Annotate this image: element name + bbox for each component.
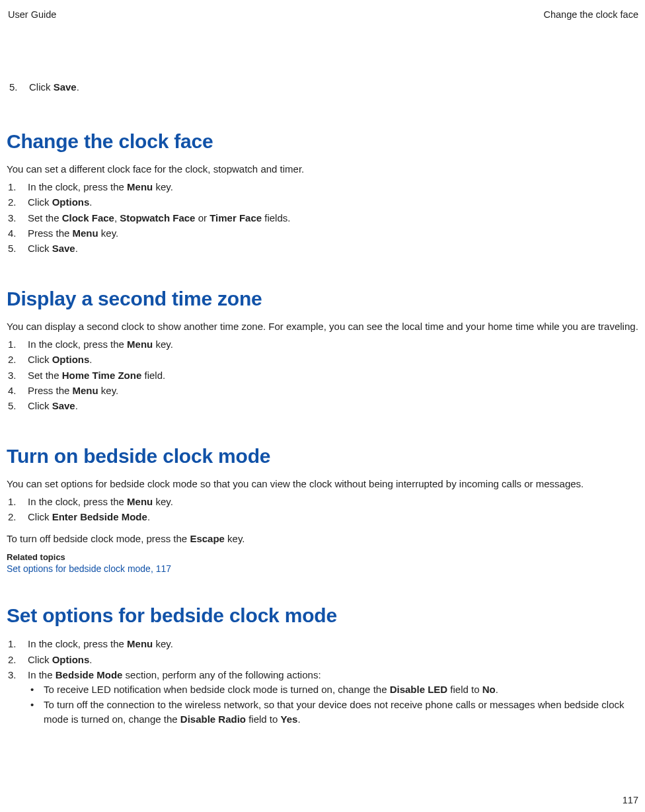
section-bedside-mode: Turn on bedside clock mode You can set o… — [7, 445, 640, 574]
bullet-bold: Disable Radio — [180, 713, 246, 725]
step-bold: Menu — [127, 181, 153, 192]
step-bold: Options — [52, 196, 90, 208]
step-text: key. — [153, 339, 173, 350]
step-bold: Menu — [127, 339, 153, 350]
bullet-bold: No — [482, 684, 496, 695]
step-text: Set the — [28, 370, 62, 381]
step-text: . — [147, 511, 150, 522]
step-text: fields. — [262, 212, 290, 223]
step-bold: Options — [52, 654, 90, 665]
step-text: Press the — [28, 385, 73, 396]
step-item: In the Bedside Mode section, perform any… — [8, 667, 640, 727]
section-title: Turn on bedside clock mode — [7, 445, 640, 467]
step-bold: Stopwatch Face — [120, 212, 195, 223]
step-text: . — [89, 654, 92, 665]
step-text: Click — [28, 654, 52, 665]
step-text: key. — [153, 638, 173, 649]
step-text: or — [195, 212, 209, 223]
note-text: key. — [225, 533, 245, 544]
step-item: In the clock, press the Menu key. — [8, 636, 640, 651]
section-intro: You can display a second clock to show a… — [7, 319, 640, 334]
step-item: In the clock, press the Menu key. — [8, 337, 640, 352]
page-header: User Guide Change the clock face — [7, 9, 640, 20]
note-bold: Escape — [190, 533, 225, 544]
related-topics-heading: Related topics — [7, 552, 640, 562]
step-item: Set the Home Time Zone field. — [8, 368, 640, 383]
post-note: To turn off bedside clock mode, press th… — [7, 532, 640, 546]
related-topic-link[interactable]: Set options for bedside clock mode, 117 — [7, 563, 640, 574]
step-text: , — [114, 212, 120, 223]
step-text: section, perform any of the following ac… — [122, 669, 321, 680]
step-bold: Options — [52, 354, 90, 365]
step-bold: Menu — [127, 638, 153, 649]
step-bold: Menu — [73, 227, 98, 239]
step-text: Click — [28, 511, 52, 522]
step-item: Click Save. — [8, 398, 640, 413]
step-text: key. — [98, 227, 119, 239]
section-second-time-zone: Display a second time zone You can displ… — [7, 288, 640, 413]
step-text: Click — [28, 196, 52, 208]
step-bold: Save — [54, 81, 77, 93]
step-text: In the clock, press the — [28, 181, 127, 192]
bullet-bold: Yes — [281, 713, 298, 725]
step-bold: Enter Bedside Mode — [52, 511, 147, 522]
step-text: In the clock, press the — [28, 339, 127, 350]
step-item: Press the Menu key. — [8, 225, 640, 241]
bullet-item: To receive LED notification when bedside… — [28, 682, 640, 698]
step-text: In the — [28, 669, 56, 680]
step-item: Click Options. — [8, 352, 640, 367]
header-right: Change the clock face — [544, 9, 638, 20]
step-bold: Timer Face — [209, 212, 262, 223]
step-text: key. — [153, 181, 173, 192]
step-bold: Menu — [127, 496, 153, 507]
step-item: Press the Menu key. — [8, 383, 640, 398]
step-bold: Save — [52, 400, 75, 411]
step-text: field. — [141, 370, 165, 381]
note-text: To turn off bedside clock mode, press th… — [7, 533, 190, 544]
step-text: Click — [28, 354, 52, 365]
bullet-bold: Disable LED — [390, 684, 448, 695]
bullet-text: To turn off the connection to the wirele… — [44, 699, 625, 725]
section-intro: You can set options for bedside clock mo… — [7, 477, 640, 491]
step-item: In the clock, press the Menu key. — [8, 179, 640, 194]
step-text: . — [75, 243, 78, 254]
step-bold: Menu — [73, 385, 98, 396]
step-list: In the clock, press the Menu key. Click … — [8, 337, 640, 413]
step-text: Click — [29, 81, 54, 93]
bullet-text: . — [297, 713, 300, 725]
step-text: . — [89, 354, 92, 365]
bullet-text: . — [496, 684, 498, 695]
step-item: Click Options. — [8, 194, 640, 210]
bullet-text: field to — [447, 684, 482, 695]
step-text: . — [75, 400, 78, 411]
step-bold: Save — [52, 243, 75, 254]
step-list: In the clock, press the Menu key. Click … — [8, 494, 640, 525]
step-text: key. — [153, 496, 173, 507]
bullet-text: field to — [246, 713, 281, 725]
prelude-block: Click Save. — [7, 79, 640, 95]
step-text: Set the — [28, 212, 62, 223]
step-text: . — [77, 81, 79, 93]
step-text: . — [89, 196, 92, 208]
step-text: Click — [28, 243, 52, 254]
step-list: In the clock, press the Menu key. Click … — [8, 636, 640, 727]
bullet-list: To receive LED notification when bedside… — [28, 682, 640, 727]
section-title: Set options for bedside clock mode — [7, 604, 640, 627]
step-bold: Clock Face — [62, 212, 114, 223]
step-item: In the clock, press the Menu key. — [8, 494, 640, 509]
step-text: key. — [98, 385, 119, 396]
step-bold: Home Time Zone — [62, 370, 142, 381]
step-text: In the clock, press the — [28, 638, 127, 649]
bullet-text: To receive LED notification when bedside… — [44, 684, 390, 695]
section-change-clock-face: Change the clock face You can set a diff… — [7, 130, 640, 256]
step-text: Click — [28, 400, 52, 411]
step-item: Set the Clock Face, Stopwatch Face or Ti… — [8, 210, 640, 225]
step-item: Click Enter Bedside Mode. — [8, 509, 640, 524]
bullet-item: To turn off the connection to the wirele… — [28, 698, 640, 727]
section-title: Display a second time zone — [7, 288, 640, 310]
step-item: Click Save. — [8, 241, 640, 256]
step-bold: Bedside Mode — [56, 669, 123, 680]
section-intro: You can set a different clock face for t… — [7, 162, 640, 177]
page-number: 117 — [623, 795, 638, 805]
step-text: In the clock, press the — [28, 496, 127, 507]
